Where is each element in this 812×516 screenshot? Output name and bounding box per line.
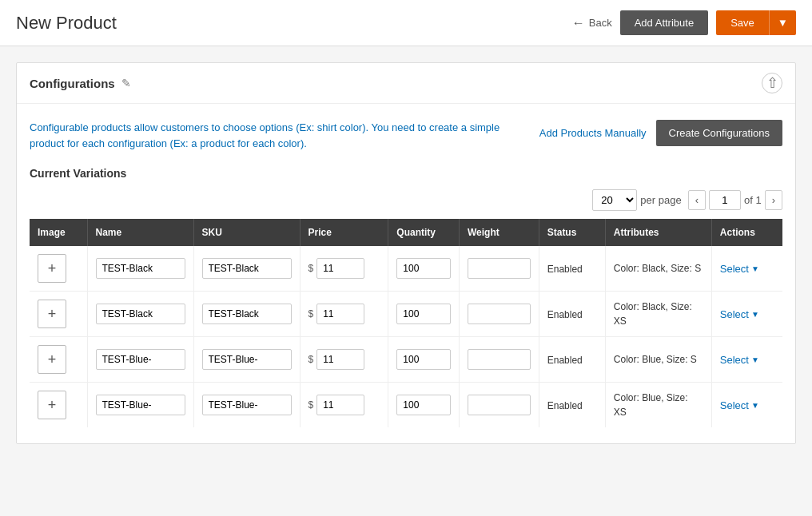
page-title: New Product [16,13,572,34]
price-symbol-3: $ [308,399,314,411]
save-button[interactable]: Save [716,10,769,35]
section-body: Configurable products allow customers to… [17,104,795,443]
col-header-status: Status [539,219,605,246]
cell-price-0: $ [300,246,388,292]
next-page-button[interactable]: › [765,190,782,210]
cell-image-1: + [30,292,87,337]
status-badge-1: Enabled [547,309,583,320]
cell-name-0 [87,246,193,292]
table-row: + $ Enabled Color: Blue, Size: XS [30,383,782,428]
select-dropdown-arrow-3: ▼ [751,401,759,410]
back-button[interactable]: ← Back [572,16,612,30]
info-row: Configurable products allow customers to… [30,120,782,151]
price-input-0[interactable] [316,258,364,279]
edit-icon[interactable]: ✎ [121,77,131,89]
add-image-button-2[interactable]: + [38,345,66,374]
per-page-select[interactable]: 20 50 100 [592,189,637,211]
cell-name-2 [87,337,193,383]
cell-actions-0: Select ▼ [711,246,782,292]
sku-input-0[interactable] [202,258,292,279]
table-body: + $ Enabled Color: Black, Size: S [30,246,782,427]
save-dropdown-button[interactable]: ▼ [769,10,796,35]
add-products-manually-button[interactable]: Add Products Manually [539,127,647,139]
cell-weight-0 [459,246,539,292]
price-input-3[interactable] [316,395,364,415]
name-input-3[interactable] [96,395,185,415]
per-page-label: per page [640,194,681,206]
price-input-1[interactable] [316,304,364,324]
attributes-text-3: Color: Blue, Size: XS [614,392,688,418]
quantity-input-0[interactable] [396,258,451,279]
save-button-group: Save ▼ [716,10,796,35]
collapse-button[interactable]: ⇧ [762,73,782,93]
per-page-select-group: 20 50 100 per page [592,189,681,211]
table-header: Image Name SKU Price Quantity Weight Sta… [30,219,782,246]
price-input-2[interactable] [316,349,364,370]
select-button-0[interactable]: Select ▼ [720,263,759,275]
cell-sku-0 [193,246,300,292]
weight-input-1[interactable] [468,304,531,324]
add-image-button-3[interactable]: + [38,391,66,419]
name-input-1[interactable] [96,304,185,324]
col-header-actions: Actions [711,219,782,246]
chevron-up-icon: ⇧ [766,74,778,92]
quantity-input-2[interactable] [396,349,451,370]
section-title-group: Configurations ✎ [30,77,131,90]
pagination-controls: ‹ of 1 › [688,190,782,210]
col-header-image: Image [30,219,87,246]
add-attribute-button[interactable]: Add Attribute [620,10,708,35]
weight-input-0[interactable] [468,258,531,279]
name-input-0[interactable] [96,258,185,279]
cell-weight-1 [459,292,539,337]
page-header: New Product ← Back Add Attribute Save ▼ [0,0,812,46]
current-variations-title: Current Variations [30,167,782,180]
main-content: Configurations ✎ ⇧ Configurable products… [0,46,812,460]
col-header-price: Price [300,219,388,246]
col-header-weight: Weight [459,219,539,246]
sku-input-1[interactable] [202,304,292,324]
select-button-3[interactable]: Select ▼ [720,399,759,411]
cell-weight-2 [459,337,539,383]
weight-input-3[interactable] [468,395,531,415]
cell-status-0: Enabled [539,246,605,292]
back-arrow-icon: ← [572,16,585,30]
prev-page-button[interactable]: ‹ [688,190,706,210]
table-row: + $ Enabled Color: Black, Size: S [30,246,782,292]
name-input-2[interactable] [96,349,185,370]
info-actions: Add Products Manually Create Configurati… [539,120,782,146]
sku-input-3[interactable] [202,395,292,415]
table-row: + $ Enabled Color: Black, Size: XS [30,292,782,337]
cell-price-2: $ [300,337,388,383]
add-image-button-1[interactable]: + [38,300,66,328]
info-text: Configurable products allow customers to… [30,120,509,151]
create-configurations-button[interactable]: Create Configurations [656,120,782,146]
select-label-3: Select [720,399,749,411]
select-button-1[interactable]: Select ▼ [720,308,759,320]
cell-sku-1 [193,292,300,337]
price-symbol-1: $ [308,308,314,320]
cell-name-3 [87,383,193,428]
cell-price-3: $ [300,383,388,428]
attributes-text-1: Color: Black, Size: XS [614,301,692,327]
cell-image-2: + [30,337,87,383]
select-dropdown-arrow-2: ▼ [751,355,759,364]
quantity-input-1[interactable] [396,304,451,324]
col-header-name: Name [87,219,193,246]
add-image-button-0[interactable]: + [38,254,66,283]
cell-quantity-0 [388,246,460,292]
select-dropdown-arrow-0: ▼ [751,264,759,273]
quantity-input-3[interactable] [396,395,451,415]
cell-sku-3 [193,383,300,428]
col-header-quantity: Quantity [388,219,460,246]
col-header-sku: SKU [193,219,300,246]
select-button-2[interactable]: Select ▼ [720,354,759,366]
page-number-input[interactable] [709,190,741,210]
price-symbol-0: $ [308,263,314,274]
sku-input-2[interactable] [202,349,292,370]
cell-weight-3 [459,383,539,428]
section-title: Configurations [30,77,115,90]
status-badge-2: Enabled [547,355,583,366]
weight-input-2[interactable] [468,349,531,370]
variations-table: Image Name SKU Price Quantity Weight Sta… [30,219,782,427]
cell-sku-2 [193,337,300,383]
